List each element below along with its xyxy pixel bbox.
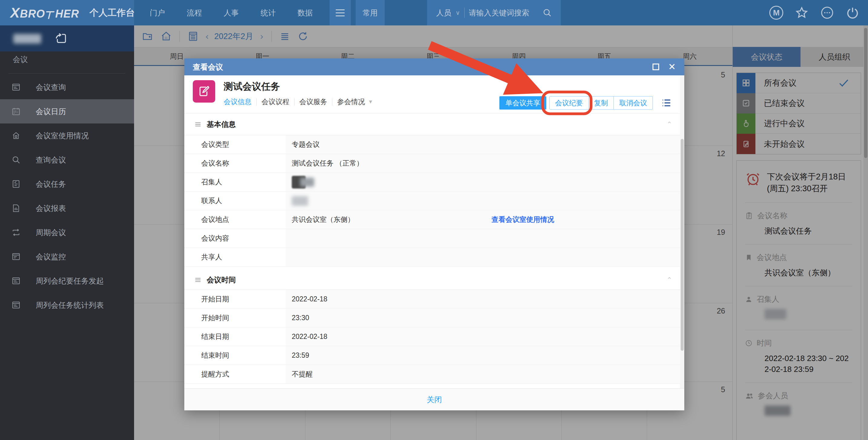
sidebar-item-meeting-calendar[interactable]: 会议日历	[0, 99, 134, 123]
brand-logo: XBRO⊥HER	[10, 4, 79, 21]
share-meeting-button[interactable]: 单会议共享	[499, 96, 546, 109]
app-logo: XBRO⊥HER 个人工作台	[0, 0, 134, 25]
tab-attendance[interactable]: 参会情况	[337, 97, 365, 106]
favorites-star-icon[interactable]	[794, 5, 809, 20]
meeting-title: 测试会议任务	[224, 80, 280, 93]
row-meeting-name: 会议名称 测试会议任务 （正常）	[184, 154, 684, 173]
row-reminder: 提醒方式 不提醒	[184, 365, 684, 384]
menu-item-stats[interactable]: 统计	[260, 8, 276, 18]
monitor-icon	[11, 252, 21, 261]
search-input[interactable]	[469, 8, 538, 17]
search-icon[interactable]	[542, 8, 552, 17]
document-icon	[11, 83, 21, 92]
task-icon	[11, 180, 21, 189]
sidebar-user-header	[0, 25, 134, 52]
cancel-meeting-button[interactable]: 取消会议	[614, 96, 653, 109]
logout-power-icon[interactable]	[845, 5, 860, 20]
sidebar-item-meeting-monitor[interactable]: 会议监控	[0, 245, 134, 269]
row-convener: 召集人	[184, 173, 684, 192]
row-start-time: 开始时间 23:30	[184, 309, 684, 327]
meeting-header: 测试会议任务 会议信息 会议议程 会议服务 参会情况 ▼ 单会议共享 会议纪要 …	[184, 75, 684, 114]
row-meeting-type: 会议类型 专题会议	[184, 135, 684, 154]
maximize-icon[interactable]	[652, 64, 659, 70]
search-icon	[11, 155, 21, 164]
sidebar-item-meeting-reports[interactable]: 会议报表	[0, 196, 134, 220]
sidebar-item-weekly-minutes-task[interactable]: 周列会纪要任务发起	[0, 269, 134, 293]
chart-icon	[11, 203, 21, 213]
row-start-date: 开始日期 2022-02-18	[184, 290, 684, 309]
sidebar-item-search-meeting[interactable]: 查询会议	[0, 148, 134, 172]
redacted-value	[292, 196, 308, 206]
tab-meeting-agenda[interactable]: 会议议程	[261, 97, 289, 106]
meeting-minutes-button[interactable]: 会议纪要	[549, 96, 589, 109]
sidebar-divider	[8, 73, 125, 73]
navbar-right-icons: M	[769, 0, 860, 25]
sidebar-menu: 会议查询 会议日历 会议室使用情况 查询会议 会议任务 会议报表 周期会议 会	[0, 75, 134, 317]
profile-avatar[interactable]: M	[769, 5, 784, 20]
dialog-title: 查看会议	[193, 62, 223, 72]
room-usage-link[interactable]: 查看会议室使用情况	[492, 215, 554, 224]
more-options-icon[interactable]	[819, 5, 835, 20]
search-divider	[464, 7, 465, 18]
sidebar-item-meeting-query[interactable]: 会议查询	[0, 75, 134, 99]
row-shared-with: 共享人	[184, 248, 684, 266]
sidebar-item-recurring-meetings[interactable]: 周期会议	[0, 220, 134, 245]
scrollbar-thumb[interactable]	[681, 139, 684, 351]
view-meeting-dialog: 查看会议 ✕ 测试会议任务 会议信息 会议议程 会议服务 参会情况 ▼ 单会议共…	[184, 58, 684, 410]
chevron-down-icon: ▼	[368, 99, 373, 105]
calendar-icon	[11, 107, 21, 116]
search-category-select[interactable]: 人员	[436, 8, 451, 18]
share-icon[interactable]	[54, 31, 68, 45]
grip-icon	[194, 120, 202, 128]
product-name: 个人工作台	[90, 7, 135, 19]
meeting-edit-icon	[193, 80, 215, 102]
close-icon[interactable]: ✕	[668, 62, 676, 71]
menu-item-portal[interactable]: 门户	[150, 8, 165, 18]
dialog-scrollbar[interactable]	[680, 75, 684, 388]
top-navbar: XBRO⊥HER 个人工作台 门户 流程 人事 统计 数据 常用 人员 ∨ M	[0, 0, 868, 25]
quick-menu-button[interactable]: 常用	[355, 0, 385, 25]
username-redacted	[13, 34, 41, 43]
hamburger-icon	[336, 7, 345, 19]
row-end-time: 结束时间 23:59	[184, 346, 684, 365]
document-icon	[11, 276, 21, 285]
sidebar-item-room-usage[interactable]: 会议室使用情况	[0, 123, 134, 148]
close-dialog-button[interactable]: 关闭	[427, 395, 442, 405]
collapse-chevron-icon[interactable]: ⌃	[667, 276, 672, 284]
chevron-down-icon: ∨	[456, 9, 460, 17]
copy-button[interactable]: 复制	[589, 96, 614, 109]
section-meeting-time: 会议时间 ⌃	[184, 270, 684, 290]
repeat-icon	[11, 228, 21, 237]
sidebar-item-weekly-task-stats[interactable]: 周列会任务统计列表	[0, 293, 134, 317]
main-menu: 门户 流程 人事 统计 数据	[150, 0, 313, 25]
row-location: 会议地点 共识会议室（东侧） 查看会议室使用情况	[184, 210, 684, 229]
sidebar-section-title: 会议	[13, 55, 28, 64]
menu-item-data[interactable]: 数据	[298, 8, 313, 18]
sidebar-item-meeting-tasks[interactable]: 会议任务	[0, 172, 134, 196]
menu-item-workflow[interactable]: 流程	[187, 8, 202, 18]
global-search: 人员 ∨	[427, 0, 561, 25]
left-sidebar: 会议 会议查询 会议日历 会议室使用情况 查询会议 会议任务 会议报表 周期	[0, 25, 134, 440]
building-icon	[11, 131, 21, 140]
tab-meeting-service[interactable]: 会议服务	[299, 97, 327, 106]
tab-meeting-info[interactable]: 会议信息	[224, 97, 251, 106]
document-icon	[11, 301, 21, 310]
row-meeting-content: 会议内容	[184, 229, 684, 248]
meeting-tabs: 会议信息 会议议程 会议服务 参会情况 ▼	[224, 97, 373, 106]
row-end-date: 结束日期 2022-02-18	[184, 327, 684, 346]
apps-menu-button[interactable]	[330, 0, 351, 25]
collapse-chevron-icon[interactable]: ⌃	[667, 120, 672, 128]
section-basic-info: 基本信息 ⌃	[184, 114, 684, 135]
dialog-titlebar: 查看会议 ✕	[184, 58, 684, 75]
grip-icon	[194, 276, 202, 284]
dialog-footer: 关闭	[184, 388, 684, 410]
menu-item-hr[interactable]: 人事	[224, 8, 239, 18]
row-contact: 联系人	[184, 192, 684, 210]
more-list-icon[interactable]	[661, 97, 672, 108]
meeting-actions: 单会议共享 会议纪要 复制 取消会议	[499, 96, 672, 109]
